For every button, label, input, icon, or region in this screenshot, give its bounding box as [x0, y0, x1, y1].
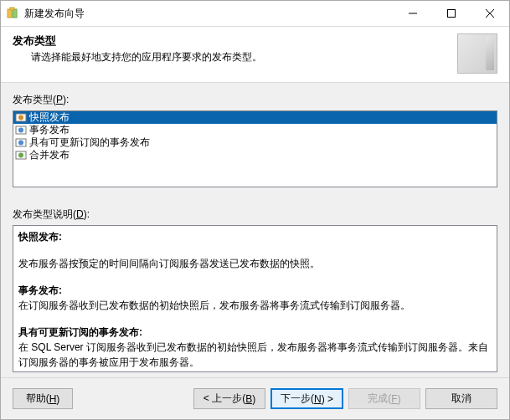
list-item[interactable]: 事务发布	[13, 124, 497, 136]
trans-icon	[15, 125, 27, 136]
list-item-label: 快照发布	[29, 111, 70, 124]
svg-point-7	[18, 128, 23, 133]
list-item[interactable]: 快照发布	[13, 111, 497, 124]
wizard-body: 发布类型(P): 快照发布事务发布具有可更新订阅的事务发布合并发布 发布类型说明…	[1, 83, 509, 377]
description-section-body: 在 SQL Server 订阅服务器收到已发布数据的初始快照后，发布服务器将事务…	[18, 340, 492, 370]
description-section-title: 快照发布:	[18, 229, 492, 244]
list-item-label: 事务发布	[29, 124, 70, 136]
svg-rect-3	[448, 10, 456, 18]
back-button[interactable]: < 上一步(B)	[193, 388, 265, 409]
description-section-body: 在订阅服务器收到已发布数据的初始快照后，发布服务器将事务流式传输到订阅服务器。	[18, 298, 492, 313]
merge-icon	[15, 150, 27, 161]
description-section-title: 具有可更新订阅的事务发布:	[18, 325, 492, 340]
title-bar: 新建发布向导	[1, 1, 509, 26]
help-button[interactable]: 帮助(H)	[13, 388, 73, 409]
app-icon	[6, 7, 19, 20]
close-button[interactable]	[471, 1, 509, 26]
page-subtitle: 请选择能最好地支持您的应用程序要求的发布类型。	[31, 50, 449, 64]
header-glyph-icon	[457, 33, 497, 74]
description-section-body: 发布服务器按预定的时间间隔向订阅服务器发送已发布数据的快照。	[18, 256, 492, 271]
svg-point-11	[18, 153, 23, 158]
publish-type-listbox[interactable]: 快照发布事务发布具有可更新订阅的事务发布合并发布	[13, 110, 497, 187]
publish-type-label: 发布类型(P):	[13, 93, 497, 107]
finish-button: 完成(F)	[348, 388, 420, 409]
list-item[interactable]: 合并发布	[13, 149, 497, 161]
svg-point-9	[18, 141, 23, 146]
wizard-footer: 帮助(H) < 上一步(B) 下一步(N) > 完成(F) 取消	[1, 377, 509, 419]
trans-upd-icon	[15, 137, 27, 148]
window-title: 新建发布向导	[24, 7, 85, 21]
minimize-button[interactable]	[394, 1, 432, 26]
page-title: 发布类型	[13, 33, 449, 49]
list-item-label: 具有可更新订阅的事务发布	[29, 136, 150, 149]
maximize-button[interactable]	[432, 1, 471, 26]
list-item-label: 合并发布	[29, 149, 70, 161]
next-button[interactable]: 下一步(N) >	[270, 388, 343, 409]
wizard-header: 发布类型 请选择能最好地支持您的应用程序要求的发布类型。	[1, 26, 509, 83]
snapshot-icon	[15, 112, 27, 123]
description-textbox[interactable]: 快照发布:发布服务器按预定的时间间隔向订阅服务器发送已发布数据的快照。事务发布:…	[13, 225, 497, 372]
list-item[interactable]: 具有可更新订阅的事务发布	[13, 136, 497, 149]
description-section-title: 事务发布:	[18, 283, 492, 298]
description-label: 发布类型说明(D):	[13, 207, 497, 222]
cancel-button[interactable]: 取消	[425, 388, 497, 409]
svg-rect-2	[10, 8, 14, 10]
svg-point-5	[18, 115, 23, 120]
